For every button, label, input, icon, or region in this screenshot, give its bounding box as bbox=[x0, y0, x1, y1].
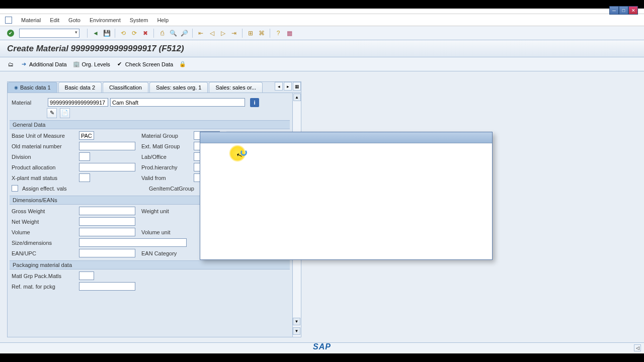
find-icon[interactable]: 🔍 bbox=[169, 29, 178, 38]
gross-weight-label: Gross Weight bbox=[12, 208, 77, 214]
volume-unit-label: Volume unit bbox=[141, 229, 192, 235]
popup-titlebar[interactable] bbox=[200, 132, 492, 143]
select-views-button[interactable]: 🗂 bbox=[7, 61, 14, 68]
packaging-group: Packaging material data bbox=[10, 260, 290, 269]
net-weight-field[interactable] bbox=[79, 217, 135, 226]
tab-list-icon[interactable]: ▦ bbox=[293, 82, 301, 90]
buom-label: Base Unit of Measure bbox=[12, 133, 77, 139]
volume-field[interactable] bbox=[79, 228, 135, 236]
first-page-icon[interactable]: ⇤ bbox=[196, 29, 205, 38]
ean-upc-label: EAN/UPC bbox=[12, 250, 77, 256]
tab-prev-icon[interactable]: ◂ bbox=[275, 82, 283, 90]
close-icon[interactable]: ✖ bbox=[141, 29, 150, 38]
prodhier-label: Prod.hierarchy bbox=[141, 164, 192, 170]
tab-label: Sales: sales or... bbox=[215, 84, 256, 90]
new-session-icon[interactable]: ⊞ bbox=[246, 29, 255, 38]
cancel-icon[interactable]: ⟳ bbox=[130, 29, 139, 38]
command-field[interactable] bbox=[19, 29, 79, 38]
size-dimensions-label: Size/dimensions bbox=[12, 240, 77, 246]
org-levels-button[interactable]: 🏢Org. Levels bbox=[73, 61, 110, 68]
info-icon[interactable]: i bbox=[250, 98, 259, 107]
material-label: Material bbox=[12, 100, 46, 106]
prev-page-icon[interactable]: ◁ bbox=[207, 29, 216, 38]
tab-nav: ◂ ▸ ▦ bbox=[275, 82, 301, 90]
last-page-icon[interactable]: ⇥ bbox=[229, 29, 238, 38]
ref-mat-pckg-field[interactable] bbox=[79, 282, 135, 291]
save-icon[interactable]: 💾 bbox=[102, 29, 111, 38]
additional-data-button[interactable]: ➔Additional Data bbox=[20, 61, 67, 68]
tab-sales-org-2[interactable]: Sales: sales or... bbox=[209, 82, 263, 93]
scroll-up-icon[interactable]: ▲ bbox=[293, 94, 301, 101]
menu-environment[interactable]: Environment bbox=[90, 17, 121, 23]
back-icon[interactable]: ◄ bbox=[91, 29, 100, 38]
tab-basic-data-1[interactable]: Basic data 1 bbox=[8, 82, 57, 93]
buom-field[interactable] bbox=[79, 131, 94, 140]
arrow-right-icon: ➔ bbox=[20, 61, 27, 68]
tab-label: Sales: sales org. 1 bbox=[156, 84, 202, 90]
material-description-field[interactable] bbox=[110, 98, 245, 107]
size-dimensions-field[interactable] bbox=[79, 238, 187, 247]
next-page-icon[interactable]: ▷ bbox=[218, 29, 227, 38]
old-material-number-field[interactable] bbox=[79, 142, 135, 150]
matgrp-label: Material Group bbox=[141, 133, 192, 139]
tab-basic-data-2[interactable]: Basic data 2 bbox=[58, 82, 102, 93]
tab-classification[interactable]: Classification bbox=[103, 82, 148, 93]
scroll-down2-icon[interactable]: ▼ bbox=[293, 327, 300, 335]
matl-grp-pack-field[interactable] bbox=[79, 272, 94, 280]
tab-sales-org-1[interactable]: Sales: sales org. 1 bbox=[149, 82, 208, 93]
xplant-label: X-plant matl status bbox=[12, 175, 77, 181]
product-allocation-field[interactable] bbox=[79, 163, 135, 171]
org-icon: 🏢 bbox=[73, 61, 80, 68]
menu-goto[interactable]: Goto bbox=[68, 17, 80, 23]
division-field[interactable] bbox=[79, 152, 90, 161]
new-text-button[interactable]: 📄 bbox=[60, 108, 70, 118]
org-levels-label: Org. Levels bbox=[82, 61, 110, 67]
lab-label: Lab/Office bbox=[141, 154, 192, 160]
busy-icon bbox=[240, 149, 247, 156]
additional-data-label: Additional Data bbox=[29, 61, 67, 67]
xplant-status-field[interactable] bbox=[79, 173, 90, 182]
title-bar: ─ □ ✕ bbox=[0, 9, 644, 14]
ean-upc-field[interactable] bbox=[79, 249, 135, 257]
menu-help[interactable]: Help bbox=[157, 17, 169, 23]
find-next-icon[interactable]: 🔎 bbox=[180, 29, 189, 38]
gross-weight-field[interactable] bbox=[79, 207, 135, 215]
check-screen-button[interactable]: ✔Check Screen Data bbox=[116, 61, 173, 68]
genitem-label: GenItemCatGroup bbox=[149, 186, 199, 192]
scroll-down-icon[interactable]: ▼ bbox=[293, 318, 300, 325]
print-icon[interactable]: ⎙ bbox=[157, 29, 167, 38]
assign-effect-checkbox[interactable] bbox=[12, 185, 18, 192]
menu-system[interactable]: System bbox=[130, 17, 148, 23]
app-menu-icon[interactable] bbox=[5, 17, 12, 24]
tab-strip: Basic data 1 Basic data 2 Classification… bbox=[8, 82, 301, 93]
menu-material[interactable]: Material bbox=[21, 17, 41, 23]
long-text-button[interactable]: ✎ bbox=[47, 108, 57, 118]
division-label: Division bbox=[12, 154, 77, 160]
close-button[interactable]: ✕ bbox=[628, 6, 638, 15]
expand-statusbar-icon[interactable]: ◁ bbox=[634, 344, 641, 351]
tab-label: Classification bbox=[109, 84, 142, 90]
tab-label: Basic data 1 bbox=[20, 84, 51, 90]
lock-icon: 🔒 bbox=[179, 61, 186, 68]
shortcut-icon[interactable]: ⌘ bbox=[257, 29, 266, 38]
standard-toolbar: ✔ ◄ 💾 ⟲ ⟳ ✖ ⎙ 🔍 🔎 ⇤ ◁ ▷ ⇥ ⊞ ⌘ ? ▦ bbox=[0, 26, 644, 40]
general-data-group: General Data bbox=[10, 120, 290, 129]
enter-icon[interactable]: ✔ bbox=[7, 30, 14, 37]
help-icon[interactable]: ? bbox=[274, 29, 283, 38]
maximize-button[interactable]: □ bbox=[619, 6, 628, 15]
assign-effect-label: Assign effect. vals bbox=[22, 186, 79, 192]
layout-icon[interactable]: ▦ bbox=[285, 29, 294, 38]
refmat-pckg-label: Ref. mat. for pckg bbox=[12, 284, 77, 290]
tab-next-icon[interactable]: ▸ bbox=[284, 82, 292, 90]
check-screen-label: Check Screen Data bbox=[125, 61, 173, 67]
menu-edit[interactable]: Edit bbox=[50, 17, 59, 23]
page-title: Create Material 999999999999999917 (F512… bbox=[0, 40, 644, 57]
material-number-field[interactable] bbox=[48, 98, 108, 107]
tab-label: Basic data 2 bbox=[65, 84, 96, 90]
extmatgrp-label: Ext. Matl Group bbox=[141, 143, 192, 149]
window-controls: ─ □ ✕ bbox=[609, 6, 638, 15]
minimize-button[interactable]: ─ bbox=[609, 6, 619, 15]
check-icon: ✔ bbox=[116, 61, 123, 68]
lock-button[interactable]: 🔒 bbox=[179, 61, 186, 68]
exit-icon[interactable]: ⟲ bbox=[119, 29, 128, 38]
